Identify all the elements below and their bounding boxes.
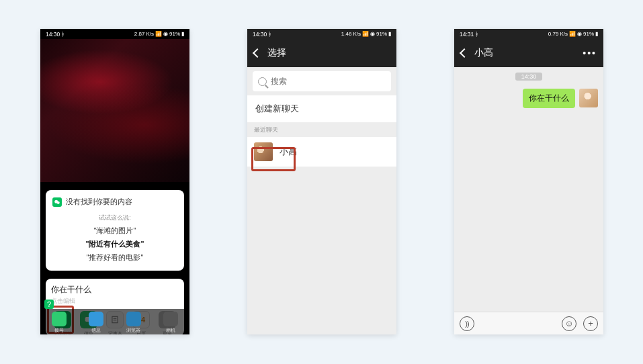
chat-area: 14:30 你在干什么 <box>454 67 603 312</box>
net-speed: 1.46 <box>341 31 352 37</box>
avatar <box>254 142 273 161</box>
phone-screenshot-2: 14:30 ᚼ 1.46 K/s 📶 ◉ 91% ▮ 选择 创建新聊天 最近聊天… <box>247 29 396 334</box>
dock-phone-label: 拨号 <box>54 327 64 334</box>
dock-sms[interactable]: 信息 <box>89 312 103 334</box>
assistant-icon <box>52 197 62 207</box>
signal-icon: 📶 <box>362 31 369 37</box>
suggestion-1[interactable]: "海滩的图片" <box>52 226 177 236</box>
dock-sms-label: 信息 <box>91 327 101 334</box>
message-icon <box>89 312 103 326</box>
wifi-icon: ◉ <box>370 31 375 37</box>
assistant-card: 没有找到你要的内容 试试这么说: "海滩的图片" "附近有什么美食" "推荐好看… <box>46 190 184 271</box>
phone-icon <box>52 312 67 326</box>
avatar[interactable] <box>579 89 598 107</box>
status-time: 14:31 <box>460 31 474 38</box>
browser-icon <box>126 312 141 326</box>
header-title: 选择 <box>267 47 286 59</box>
phone-screenshot-3: 14:31 ᚼ 0.79 K/s 📶 ◉ 91% ▮ 小高 ••• 14:30 … <box>454 29 603 334</box>
dock-camera-label: 相机 <box>166 327 175 334</box>
battery-pct: 91% <box>376 31 387 37</box>
net-unit: K/s <box>353 31 361 37</box>
chat-timestamp: 14:30 <box>515 73 542 81</box>
net-speed: 0.79 <box>548 31 559 37</box>
search-icon <box>258 77 267 86</box>
assistant-title: 没有找到你要的内容 <box>66 197 132 207</box>
status-bar: 14:30 ᚼ 1.46 K/s 📶 ◉ 91% ▮ <box>247 29 396 39</box>
message-bubble[interactable]: 你在干什么 <box>523 89 575 108</box>
back-icon[interactable] <box>460 48 469 58</box>
dock-phone[interactable]: 拨号 <box>52 312 67 334</box>
battery-pct: 91% <box>169 31 180 37</box>
net-speed: 2.87 <box>134 31 145 37</box>
signal-icon: 📶 <box>569 31 576 37</box>
header: 选择 <box>247 39 396 67</box>
header: 小高 ••• <box>454 39 603 67</box>
battery-icon: ▮ <box>181 31 184 37</box>
status-bar: 14:30 ᚼ 2.87 K/s 📶 ◉ 91% ▮ <box>40 29 189 39</box>
contact-row[interactable]: 小高 <box>247 137 396 167</box>
battery-icon: ▮ <box>595 31 598 37</box>
edit-hint: 点击编辑 <box>51 298 179 306</box>
camera-icon <box>163 312 178 326</box>
plus-icon[interactable]: + <box>583 316 598 331</box>
signal-icon: 📶 <box>155 31 162 37</box>
dock-camera[interactable]: 相机 <box>163 312 178 334</box>
search-row[interactable] <box>253 71 391 91</box>
back-icon[interactable] <box>253 48 262 58</box>
status-bar: 14:31 ᚼ 0.79 K/s 📶 ◉ 91% ▮ <box>454 29 603 39</box>
wifi-icon: ◉ <box>163 31 168 37</box>
help-badge[interactable]: ? <box>44 300 54 309</box>
battery-pct: 91% <box>583 31 594 37</box>
new-chat-row[interactable]: 创建新聊天 <box>247 95 396 123</box>
contact-name: 小高 <box>280 146 297 158</box>
net-unit: K/s <box>560 31 568 37</box>
dock: 拨号 信息 浏览器 相机 <box>40 309 189 334</box>
status-time: 14:30 <box>253 31 267 38</box>
bluetooth-icon: ᚼ <box>475 31 478 38</box>
bluetooth-icon: ᚼ <box>268 31 271 38</box>
wifi-icon: ◉ <box>577 31 582 37</box>
phone-screenshot-1: 14:30 ᚼ 2.87 K/s 📶 ◉ 91% ▮ 没有找到你要的内容 试试这… <box>40 29 189 334</box>
share-text[interactable]: 你在干什么 <box>51 284 179 295</box>
try-label: 试试这么说: <box>52 214 177 222</box>
battery-icon: ▮ <box>388 31 391 37</box>
more-icon[interactable]: ••• <box>583 48 597 58</box>
status-time: 14:30 <box>46 31 60 38</box>
input-bar: )) ☺ + <box>454 312 603 334</box>
suggestion-2[interactable]: "附近有什么美食" <box>52 240 177 249</box>
voice-icon[interactable]: )) <box>460 316 474 331</box>
dock-browser-label: 浏览器 <box>126 327 140 334</box>
header-title: 小高 <box>474 47 493 59</box>
wallpaper <box>40 39 189 182</box>
svg-point-1 <box>57 201 60 203</box>
emoji-icon[interactable]: ☺ <box>562 316 576 331</box>
net-unit: K/s <box>146 31 154 37</box>
suggestion-3[interactable]: "推荐好看的电影" <box>52 253 177 263</box>
dock-browser[interactable]: 浏览器 <box>126 312 141 334</box>
search-input[interactable] <box>271 77 386 86</box>
bluetooth-icon: ᚼ <box>61 31 65 38</box>
message-row: 你在干什么 <box>454 86 603 111</box>
section-label: 最近聊天 <box>247 123 396 137</box>
